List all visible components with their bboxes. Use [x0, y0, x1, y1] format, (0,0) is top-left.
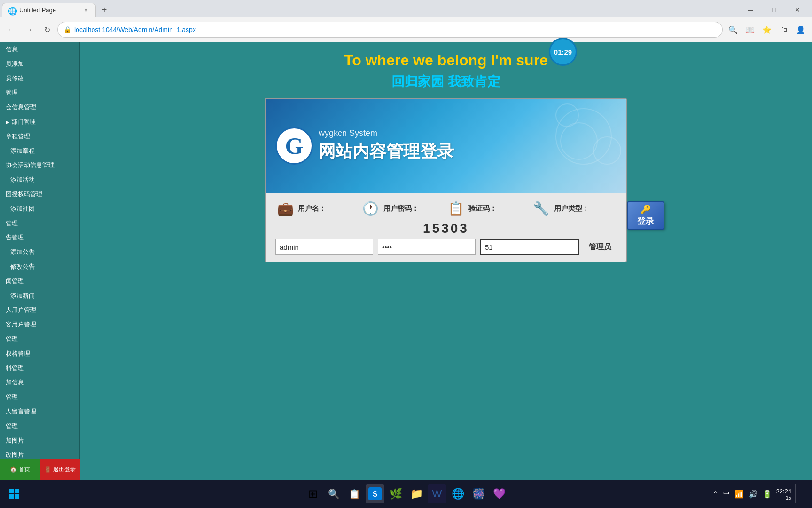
ime-icon[interactable]: 中 — [723, 490, 730, 498]
tab-title: Untitled Page — [19, 7, 82, 14]
tab-favicon: 🌐 — [8, 7, 16, 14]
sidebar-item-add-group[interactable]: 添加社团 — [0, 202, 79, 216]
sidebar-item-material[interactable]: 料管理 — [0, 361, 79, 376]
sidebar-item-dept[interactable]: 部门管理 — [0, 115, 79, 129]
sidebar-item-manage5[interactable]: 管理 — [0, 419, 79, 434]
username-field-group: 💼 用户名： — [275, 198, 361, 218]
start-button[interactable] — [4, 484, 24, 504]
date-display: 15 — [776, 495, 791, 500]
taskbar-vs-icon[interactable]: 💜 — [490, 484, 508, 503]
sidebar-item-manage[interactable]: 管理 — [0, 86, 79, 100]
close-window-button[interactable]: ✕ — [787, 3, 808, 17]
sidebar-item-manage2[interactable]: 管理 — [0, 216, 79, 231]
tab-close-button[interactable]: × — [82, 7, 90, 14]
usertype-field-group: 🔧 用户类型： — [531, 198, 617, 218]
sidebar-item-permission[interactable]: 权格管理 — [0, 347, 79, 361]
sidebar-item-edit-notice[interactable]: 修改公告 — [0, 260, 79, 274]
usertype-label: 用户类型： — [554, 204, 589, 213]
system-title: 网站内容管理登录 — [319, 140, 454, 163]
logo-letter: G — [285, 132, 304, 159]
sidebar-item-association-info[interactable]: 会信息管理 — [0, 100, 79, 115]
sidebar-bottom-buttons: 🏠 首页 🚪 退出登录 — [0, 459, 80, 480]
taskbar-app3-icon[interactable]: 🎆 — [469, 484, 488, 503]
battery-icon[interactable]: 🔋 — [763, 490, 772, 499]
back-button[interactable]: ← — [4, 22, 19, 37]
sidebar-item-manage4[interactable]: 管理 — [0, 390, 79, 405]
read-aloud-button[interactable]: 📖 — [742, 22, 757, 37]
password-field-group: 🕐 用户密码： — [361, 198, 446, 218]
sidebar-item-personal-user[interactable]: 人用户管理 — [0, 303, 79, 318]
sidebar-item-notice[interactable]: 告管理 — [0, 230, 79, 245]
logout-button[interactable]: 🚪 退出登录 — [40, 459, 80, 480]
form-inputs-row: 管理员 — [275, 237, 617, 262]
taskbar-app1-icon[interactable]: S — [366, 484, 384, 503]
tab-bar: 🌐 Untitled Page × + – □ ✕ — [0, 0, 812, 17]
address-text: localhost:1044/Web/Admin/Admin_1.aspx — [74, 26, 717, 33]
volume-icon[interactable]: 🔊 — [749, 490, 758, 499]
usertype-icon: 🔧 — [531, 198, 551, 218]
sidebar-item-add-activity[interactable]: 添加活动 — [0, 173, 79, 187]
home-icon: 🏠 — [10, 466, 17, 473]
sidebar-item-add-news[interactable]: 添加新闻 — [0, 289, 79, 303]
system-name: wygkcn System — [319, 128, 454, 138]
sidebar-item-activity-info[interactable]: 协会活动信息管理 — [0, 158, 79, 173]
lyrics-chinese: 回归家园 我致肯定 — [344, 73, 548, 91]
taskbar-word-icon[interactable]: W — [428, 484, 446, 503]
username-input[interactable] — [275, 239, 373, 255]
sidebar-item-add-admin[interactable]: 员添加 — [0, 57, 79, 71]
sidebar-item-charter[interactable]: 章程管理 — [0, 129, 79, 144]
sidebar-item-message[interactable]: 人留言管理 — [0, 405, 79, 419]
taskbar: ⊞ 🔍 📋 S 🌿 📁 W 🌐 🎆 💜 ⌃ 中 📶 🔊 🔋 22:24 15 — [0, 480, 812, 508]
minimize-button[interactable]: – — [740, 3, 761, 17]
taskbar-right: ⌃ 中 📶 🔊 🔋 22:24 15 — [712, 484, 808, 503]
favorites-star-button[interactable]: ⭐ — [759, 22, 774, 37]
search-button[interactable]: 🔍 — [726, 22, 741, 37]
password-input[interactable] — [378, 239, 476, 255]
sidebar-item-add-info[interactable]: 加信息 — [0, 375, 79, 390]
sidebar-item-edit-admin[interactable]: 员修改 — [0, 71, 79, 86]
wifi-icon[interactable]: 📶 — [734, 490, 744, 499]
active-tab[interactable]: 🌐 Untitled Page × — [2, 3, 96, 17]
taskbar-center-icons: ⊞ 🔍 📋 S 🌿 📁 W 🌐 🎆 💜 — [304, 484, 508, 503]
nav-icon-group: 🔍 📖 ⭐ 🗂 👤 — [726, 22, 808, 37]
captcha-label: 验证码： — [468, 204, 497, 213]
taskbar-explorer-icon[interactable]: 📁 — [407, 484, 426, 503]
system-clock[interactable]: 22:24 15 — [776, 488, 791, 500]
forward-button[interactable]: → — [22, 22, 37, 37]
new-tab-button[interactable]: + — [98, 3, 111, 16]
svg-text:S: S — [373, 490, 378, 498]
home-button[interactable]: 🏠 首页 — [0, 459, 40, 480]
logo-text-area: wygkcn System 网站内容管理登录 — [319, 128, 454, 163]
taskbar-edge-icon[interactable]: 🌐 — [448, 484, 467, 503]
sidebar-item-info[interactable]: 信息 — [0, 42, 79, 57]
captcha-field-group: 📋 验证码： — [446, 198, 531, 218]
captcha-input[interactable] — [480, 239, 579, 255]
refresh-button[interactable]: ↻ — [39, 22, 55, 37]
collections-button[interactable]: 🗂 — [776, 22, 791, 37]
taskbar-search-icon[interactable]: 🔍 — [324, 484, 343, 503]
security-icon: 🔒 — [63, 26, 71, 33]
logout-label: 退出登录 — [53, 466, 76, 474]
svg-rect-0 — [9, 489, 14, 493]
system-tray: ⌃ 中 📶 🔊 🔋 — [712, 490, 772, 499]
login-button[interactable]: 🔑 登录 — [627, 201, 664, 230]
sidebar-item-guest-user[interactable]: 客用户管理 — [0, 318, 79, 332]
profile-button[interactable]: 👤 — [793, 22, 808, 37]
login-label: 登录 — [637, 215, 654, 227]
sidebar-item-news[interactable]: 闻管理 — [0, 274, 79, 289]
show-desktop-button[interactable] — [795, 484, 804, 503]
sidebar-item-auth-code[interactable]: 团授权码管理 — [0, 187, 79, 202]
taskbar-windows-icon[interactable]: ⊞ — [304, 484, 322, 503]
sidebar-item-add-image[interactable]: 加图片 — [0, 434, 79, 448]
taskbar-app2-icon[interactable]: 🌿 — [386, 484, 405, 503]
address-bar[interactable]: 🔒 localhost:1044/Web/Admin/Admin_1.aspx — [57, 22, 723, 38]
header-decoration — [485, 99, 626, 193]
tray-chevron-icon[interactable]: ⌃ — [712, 490, 718, 499]
taskbar-taskview-icon[interactable]: 📋 — [345, 484, 364, 503]
sidebar-item-add-notice[interactable]: 添加公告 — [0, 245, 79, 260]
maximize-button[interactable]: □ — [763, 3, 785, 17]
sidebar-item-manage3[interactable]: 管理 — [0, 332, 79, 347]
login-wrapper: G wygkcn System 网站内容管理登录 — [265, 98, 627, 262]
usertype-display: 管理员 — [584, 242, 617, 252]
sidebar-item-add-charter[interactable]: 添加章程 — [0, 144, 79, 159]
